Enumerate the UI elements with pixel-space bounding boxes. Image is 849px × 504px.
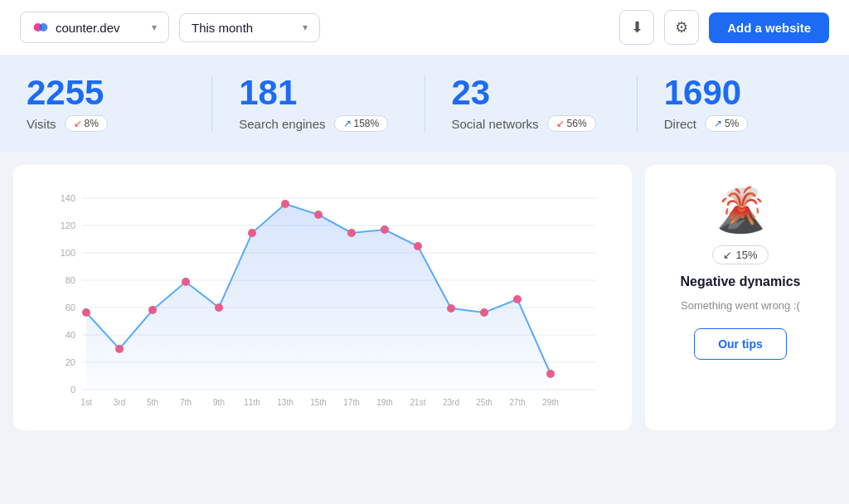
negative-title: Negative dynamics — [681, 274, 801, 289]
site-name-label: counter.dev — [56, 21, 145, 35]
negative-badge: ↙ 15% — [712, 245, 768, 264]
direct-badge-arrow: ↗ — [714, 118, 722, 129]
social-badge: ↙ 56% — [547, 115, 596, 132]
negative-subtitle: Something went wrong :( — [681, 299, 800, 312]
stat-direct: 1690 Direct ↗ 5% — [664, 75, 822, 132]
visits-footer: Visits ↙ 8% — [27, 115, 185, 132]
social-badge-arrow: ↙ — [556, 118, 565, 129]
data-point — [513, 295, 522, 303]
svg-text:23rd: 23rd — [443, 398, 459, 407]
svg-text:7th: 7th — [180, 398, 192, 407]
header: counter.dev ▾ This month ▾ ⬇ ⚙ Add a web… — [0, 0, 849, 56]
search-badge-value: 158% — [354, 118, 380, 129]
svg-text:15th: 15th — [310, 398, 326, 407]
settings-icon: ⚙ — [675, 18, 688, 36]
date-label: This month — [192, 21, 296, 35]
svg-text:100: 100 — [61, 248, 75, 258]
stats-bar: 2255 Visits ↙ 8% 181 Search engines ↗ 15… — [0, 56, 849, 152]
download-icon: ⬇ — [631, 18, 643, 36]
side-card: 🌋 ↙ 15% Negative dynamics Something went… — [645, 165, 836, 430]
svg-text:120: 120 — [61, 220, 75, 230]
data-point — [347, 229, 356, 237]
settings-button[interactable]: ⚙ — [664, 10, 699, 45]
svg-text:25th: 25th — [476, 398, 492, 407]
data-point — [480, 308, 488, 317]
svg-text:27th: 27th — [509, 398, 525, 407]
visits-label: Visits — [27, 117, 56, 131]
svg-text:80: 80 — [65, 275, 75, 285]
visits-badge-arrow: ↙ — [74, 118, 82, 129]
svg-text:60: 60 — [65, 303, 75, 313]
chart-card: 140 120 100 80 60 40 20 0 1st 3rd 5th 7t… — [13, 165, 632, 430]
data-point — [215, 303, 223, 312]
site-selector-chevron-icon: ▾ — [152, 22, 157, 33]
svg-text:40: 40 — [65, 330, 75, 340]
data-point — [82, 308, 90, 317]
main-content: 140 120 100 80 60 40 20 0 1st 3rd 5th 7t… — [0, 152, 849, 443]
site-selector[interactable]: counter.dev ▾ — [20, 12, 169, 43]
tips-button[interactable]: Our tips — [694, 328, 787, 360]
chart-area: 140 120 100 80 60 40 20 0 1st 3rd 5th 7t… — [33, 182, 612, 414]
download-button[interactable]: ⬇ — [619, 10, 654, 45]
data-point — [314, 211, 323, 219]
svg-text:29th: 29th — [542, 398, 558, 407]
svg-text:11th: 11th — [244, 398, 260, 407]
data-point — [115, 345, 124, 353]
data-point — [182, 278, 190, 286]
svg-text:5th: 5th — [147, 398, 158, 407]
stat-search: 181 Search engines ↗ 158% — [239, 75, 424, 132]
search-label: Search engines — [239, 117, 325, 131]
neg-badge-value: 15% — [735, 249, 757, 261]
search-badge: ↗ 158% — [334, 115, 389, 132]
line-chart: 140 120 100 80 60 40 20 0 1st 3rd 5th 7t… — [33, 182, 612, 414]
data-point — [546, 370, 555, 378]
visits-badge: ↙ 8% — [65, 115, 108, 132]
svg-text:1st: 1st — [80, 398, 92, 407]
svg-text:0: 0 — [70, 385, 75, 395]
date-selector-chevron-icon: ▾ — [303, 22, 308, 33]
date-selector[interactable]: This month ▾ — [179, 13, 320, 42]
visits-number: 2255 — [27, 75, 185, 110]
svg-text:21st: 21st — [410, 398, 426, 407]
neg-badge-arrow: ↙ — [723, 249, 732, 261]
social-label: Social networks — [452, 117, 539, 131]
direct-number: 1690 — [664, 75, 822, 110]
social-badge-value: 56% — [567, 118, 587, 129]
svg-text:17th: 17th — [343, 398, 359, 407]
direct-badge-value: 5% — [725, 118, 739, 129]
svg-point-1 — [39, 23, 47, 32]
direct-label: Direct — [664, 117, 696, 131]
svg-text:13th: 13th — [277, 398, 293, 407]
data-point — [281, 200, 289, 208]
social-number: 23 — [452, 75, 610, 110]
stat-social: 23 Social networks ↙ 56% — [452, 75, 638, 132]
data-point — [414, 242, 422, 250]
svg-text:19th: 19th — [376, 398, 392, 407]
site-logo-icon — [32, 19, 49, 36]
search-number: 181 — [239, 75, 397, 110]
volcano-icon: 🌋 — [714, 185, 768, 235]
search-footer: Search engines ↗ 158% — [239, 115, 397, 132]
stat-visits: 2255 Visits ↙ 8% — [27, 75, 212, 132]
chart-area-fill — [86, 204, 551, 390]
svg-text:140: 140 — [61, 193, 75, 203]
search-badge-arrow: ↗ — [343, 118, 352, 129]
data-point — [148, 306, 157, 314]
svg-text:9th: 9th — [213, 398, 225, 407]
visits-badge-value: 8% — [85, 118, 99, 129]
data-point — [248, 229, 256, 237]
data-point — [447, 304, 455, 313]
direct-footer: Direct ↗ 5% — [664, 115, 822, 132]
add-website-button[interactable]: Add a website — [709, 12, 829, 43]
svg-text:20: 20 — [65, 357, 75, 367]
svg-text:3rd: 3rd — [114, 398, 125, 407]
data-point — [381, 225, 389, 234]
direct-badge: ↗ 5% — [705, 115, 748, 132]
social-footer: Social networks ↙ 56% — [452, 115, 610, 132]
